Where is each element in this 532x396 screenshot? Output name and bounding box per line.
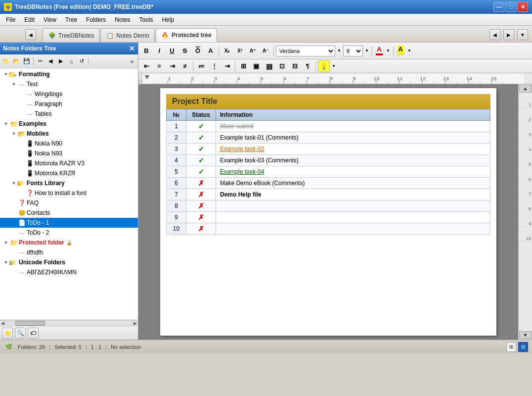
tree-item-label: Wingdings [35, 91, 62, 98]
tree-item-14[interactable]: ❓FAQ [0, 198, 138, 208]
menu-folders[interactable]: Folders [82, 15, 110, 24]
align-left-button[interactable]: ⇤ [140, 60, 152, 72]
tree-refresh-btn[interactable]: ↺ [77, 56, 87, 66]
content-area[interactable]: Project Title № Status Information 1✓Mak… [138, 84, 518, 340]
tree-toggle[interactable]: ▼ [2, 120, 10, 128]
highlight2-dropdown[interactable]: ▼ [331, 60, 337, 72]
scroll-down-btn[interactable]: ▼ [519, 331, 532, 339]
tab-notes-demo[interactable]: 📋 Notes Demo [100, 28, 155, 42]
font-size-select[interactable]: 8 10 12 14 [343, 46, 363, 56]
insert-btn[interactable]: ⊡ [276, 60, 288, 72]
tree-toggle[interactable]: ▼ [10, 80, 18, 88]
para-mark-btn[interactable]: ¶ [302, 60, 313, 72]
superscript-button[interactable]: X² [234, 45, 246, 57]
tree-search-btn[interactable]: 🔍 [15, 328, 26, 339]
close-button[interactable]: ✕ [517, 2, 528, 12]
tree-item-8[interactable]: 📱Nokia N90 [0, 139, 138, 148]
justify-button[interactable]: ≠ [179, 60, 191, 72]
tree-item-2[interactable]: ▼—Text [0, 79, 138, 89]
tree-cut-btn[interactable]: ✂ [35, 56, 45, 66]
underline-button[interactable]: U [166, 45, 178, 57]
status-view-btn2[interactable]: ⊟ [518, 342, 528, 352]
shading-button[interactable]: ▤ [263, 60, 275, 72]
numbering-button[interactable]: ⋮ [208, 60, 220, 72]
tree-item-18[interactable]: ▼📁Protected folder🔒 [0, 238, 138, 248]
highlight-button[interactable]: A [396, 45, 405, 57]
normal-button[interactable]: A [205, 45, 217, 57]
menu-notes[interactable]: Notes [111, 15, 134, 24]
tree-item-6[interactable]: ▼📁Examples [0, 119, 138, 129]
minimize-button[interactable]: — [493, 2, 504, 12]
highlight-dropdown[interactable]: ▼ [406, 45, 412, 57]
maximize-button[interactable]: □ [505, 2, 516, 12]
tree-item-21[interactable]: —ΑΒΓΔΕΖΗΘΙΚΛΜΝ [0, 267, 138, 277]
tree-open-btn[interactable]: 📂 [11, 56, 21, 66]
tree-area[interactable]: ▼📁✓Formatting▼—Text—Wingdings—Paragraph—… [0, 68, 138, 320]
tree-item-10[interactable]: 📱Motorola RAZR V3 [0, 158, 138, 168]
tab-protected[interactable]: 🔥 Protected tree [156, 28, 217, 42]
tree-scroll-thumb[interactable] [15, 321, 45, 326]
tree-item-20[interactable]: ▼📁UUnicode Folders [0, 257, 138, 267]
italic-button[interactable]: I [153, 45, 165, 57]
menu-edit[interactable]: Edit [20, 15, 39, 24]
tree-back-btn[interactable]: ◀ [45, 56, 55, 66]
tab-nav-back[interactable]: ◀ [25, 29, 36, 40]
tree-item-13[interactable]: ❓How to install a font [0, 188, 138, 198]
tree-scroll-bar[interactable]: ◀ ▶ [0, 320, 138, 326]
table-button[interactable]: ⊞ [237, 60, 249, 72]
tree-item-3[interactable]: —Wingdings [0, 89, 138, 99]
tree-item-4[interactable]: —Paragraph [0, 99, 138, 109]
tab-nav-menu[interactable]: ▼ [517, 29, 528, 40]
tree-item-9[interactable]: 📱Nokia N93 [0, 148, 138, 158]
panel-close-button[interactable]: ✕ [129, 45, 135, 52]
tree-scroll-right[interactable]: ▶ [133, 321, 138, 326]
tree-toggle[interactable]: ▼ [2, 239, 10, 247]
align-center-button[interactable]: ≡ [153, 60, 165, 72]
tree-item-5[interactable]: —Tables [0, 109, 138, 119]
font-color-dropdown[interactable]: ▼ [385, 45, 391, 57]
font-select[interactable]: Verdana Arial Times New Roman [276, 46, 335, 56]
tree-bookmark-btn[interactable]: 🏷 [28, 328, 39, 339]
columns-btn[interactable]: ⊟ [289, 60, 301, 72]
bullets-button[interactable]: ≔ [195, 60, 207, 72]
scroll-up-btn[interactable]: ▲ [519, 85, 532, 93]
tree-expand-btn[interactable]: » [127, 56, 137, 66]
font-dropdown-btn[interactable]: ▼ [336, 45, 342, 57]
tree-item-11[interactable]: 📱Motorola KRZR [0, 168, 138, 178]
tab-nav-next[interactable]: ▶ [503, 29, 514, 40]
tree-new-folder-btn[interactable]: 📁 [1, 56, 11, 66]
align-right-button[interactable]: ⇥ [166, 60, 178, 72]
tree-item-19[interactable]: —dfhdfh [0, 248, 138, 257]
decrease-size-button[interactable]: A⁻ [260, 45, 271, 57]
tab-treedb[interactable]: 🌳 TreeDBNotes [43, 28, 99, 42]
tree-item-1[interactable]: ▼📁✓Formatting [0, 69, 138, 79]
increase-size-button[interactable]: A⁺ [247, 45, 259, 57]
status-view-btn1[interactable]: ⊞ [506, 342, 516, 352]
tree-item-7[interactable]: ▼📂Mobiles [0, 129, 138, 139]
tree-star-btn[interactable]: ⭐ [2, 328, 13, 339]
tab-nav-prev[interactable]: ◀ [489, 29, 500, 40]
strikethrough-button[interactable]: S [179, 45, 191, 57]
tree-toggle[interactable]: ▼ [10, 130, 18, 138]
font-color-button[interactable]: A [374, 45, 384, 57]
overline-button[interactable]: Ō [192, 45, 204, 57]
menu-tools[interactable]: Tools [135, 15, 157, 24]
tree-fwd-btn[interactable]: ▶ [56, 56, 66, 66]
highlight2-button[interactable]: 💡 [318, 60, 330, 72]
menu-view[interactable]: View [40, 15, 60, 24]
subscript-button[interactable]: X₂ [221, 45, 233, 57]
menu-tree[interactable]: Tree [61, 15, 81, 24]
tree-home-btn[interactable]: ⌂ [66, 56, 76, 66]
tree-scroll-left[interactable]: ◀ [0, 321, 5, 326]
bold-button[interactable]: B [140, 45, 152, 57]
size-dropdown-btn[interactable]: ▼ [364, 45, 370, 57]
tree-save-btn[interactable]: 💾 [22, 56, 32, 66]
border-button[interactable]: ▣ [250, 60, 262, 72]
tree-item-12[interactable]: ▼📁AFonts Library [0, 178, 138, 188]
tree-item-16[interactable]: 📄ToDo - 1 [0, 218, 138, 228]
tree-item-15[interactable]: 😊Contacts [0, 208, 138, 218]
menu-help[interactable]: Help [158, 15, 178, 24]
indent-button[interactable]: ⇥ [221, 60, 233, 72]
tree-item-17[interactable]: —ToDo - 2 [0, 228, 138, 238]
menu-file[interactable]: File [2, 15, 19, 24]
